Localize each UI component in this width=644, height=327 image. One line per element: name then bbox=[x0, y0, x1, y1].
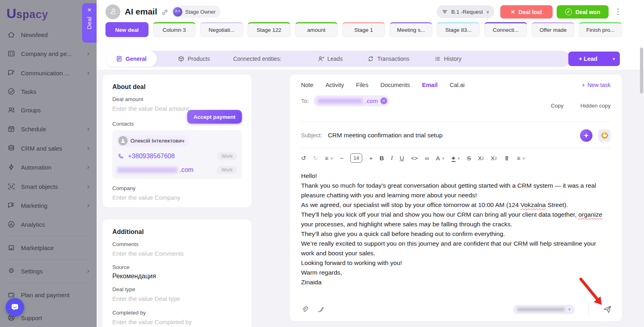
signature-icon[interactable] bbox=[317, 306, 324, 313]
emoji-button[interactable] bbox=[598, 129, 611, 142]
sync-icon bbox=[367, 56, 374, 62]
funnel-stage-select[interactable]: B.1 -Request ∨ bbox=[437, 5, 494, 18]
tab-files[interactable]: Files bbox=[356, 82, 369, 88]
plus-icon: + bbox=[582, 82, 585, 88]
stage-chip[interactable]: Stage 83... bbox=[437, 22, 480, 37]
completed-by-placeholder[interactable]: Enter the value Completed by bbox=[112, 318, 242, 326]
comments-label: Comments bbox=[112, 241, 242, 247]
redo-icon[interactable]: ↻ bbox=[313, 155, 318, 162]
italic-icon[interactable]: I bbox=[391, 155, 393, 161]
font-size-box[interactable]: 14 bbox=[350, 153, 362, 163]
line-spacing-icon[interactable]: ≡∨ bbox=[325, 155, 333, 161]
body-paragraph: We’re really excited to support you on t… bbox=[301, 239, 611, 258]
additional-title: Additional bbox=[112, 228, 242, 236]
stage-chip[interactable]: Stage 1 bbox=[342, 22, 385, 37]
code-icon[interactable]: <> bbox=[411, 155, 418, 161]
chevron-down-icon: ∨ bbox=[442, 156, 445, 160]
divider bbox=[301, 148, 611, 148]
company-placeholder[interactable]: Enter the value Company bbox=[112, 194, 242, 202]
tab-email[interactable]: Email bbox=[422, 82, 438, 88]
new-task-button[interactable]: +New task bbox=[582, 82, 611, 88]
contact-phone[interactable]: +380938567608 bbox=[128, 153, 175, 160]
tab-note[interactable]: Note bbox=[301, 82, 314, 88]
tab-activity[interactable]: Activity bbox=[326, 82, 344, 88]
composer-tabs: Note Activity Files Documents Email Cal.… bbox=[301, 82, 611, 88]
stage-owner-pill[interactable]: Stage Owner bbox=[171, 6, 221, 18]
tab-documents[interactable]: Documents bbox=[380, 82, 410, 88]
text-color-icon[interactable]: A∨ bbox=[436, 155, 445, 161]
contact-avatar bbox=[118, 136, 128, 145]
tab-cal-ai[interactable]: Cal.ai bbox=[450, 82, 464, 88]
stage-chip[interactable]: Negotiati... bbox=[200, 22, 243, 37]
deal-tab-label: Deal bbox=[86, 17, 93, 29]
subject-label: Subject: bbox=[301, 132, 322, 139]
stage-chip[interactable]: Stage 122 bbox=[248, 22, 291, 37]
plus-icon: + bbox=[579, 56, 582, 62]
email-body[interactable]: Hello! Thank you so much for today’s gre… bbox=[301, 171, 611, 287]
chat-bubble-icon bbox=[10, 303, 19, 312]
deal-won-button[interactable]: ✓ Deal won bbox=[557, 5, 609, 19]
stage-chip[interactable]: Finish pro... bbox=[579, 22, 622, 37]
close-icon[interactable]: × bbox=[87, 6, 91, 13]
stage-chip[interactable]: Connecti... bbox=[484, 22, 527, 37]
tab-products[interactable]: Products bbox=[178, 56, 210, 62]
editor-toolbar: ↺ ↻ ≡∨ − 14 + B I U <> ∞ A∨ ◈∨ S X2 X2 ≡… bbox=[301, 153, 611, 163]
comments-placeholder[interactable]: Enter the value Comments bbox=[112, 250, 242, 258]
stage-chip[interactable]: Offer made bbox=[532, 22, 575, 37]
hidden-copy-link[interactable]: Hidden copy bbox=[580, 103, 611, 109]
subject-value[interactable]: CRM meeting confirmation and trial setup bbox=[328, 132, 442, 139]
superscript-icon[interactable]: X2 bbox=[491, 155, 497, 161]
tab-leads[interactable]: Leads bbox=[318, 56, 343, 62]
accept-payment-button[interactable]: Accept payment bbox=[187, 110, 242, 124]
send-button[interactable] bbox=[603, 304, 612, 314]
underline-icon[interactable]: U bbox=[400, 155, 404, 161]
add-lead-button[interactable]: + Lead ▾ bbox=[568, 52, 620, 66]
body-paragraph: Thank you so much for today’s great conv… bbox=[301, 181, 611, 200]
contact-card: Олексій Інтелектович +380938567608 Work … bbox=[112, 130, 242, 179]
chevron-down-icon: ∨ bbox=[568, 307, 571, 311]
sidebar-dim-overlay bbox=[0, 0, 97, 327]
stage-chip[interactable]: amount bbox=[295, 22, 338, 37]
attach-file-icon[interactable] bbox=[301, 306, 309, 313]
deal-type-label: Deal type bbox=[112, 286, 242, 292]
link-icon[interactable] bbox=[161, 8, 169, 16]
deal-type-placeholder[interactable]: Enter the value Deal type bbox=[112, 295, 242, 303]
smiley-icon bbox=[601, 132, 608, 139]
filter-icon bbox=[442, 8, 448, 15]
strikethrough-icon[interactable]: S bbox=[467, 155, 471, 161]
contact-email-suffix[interactable]: .com bbox=[180, 166, 194, 174]
chevron-down-icon: ∨ bbox=[458, 156, 460, 160]
page-title: AI email bbox=[125, 7, 157, 17]
ai-assistant-button[interactable] bbox=[580, 129, 592, 142]
tab-transactions[interactable]: Transactions bbox=[367, 56, 409, 62]
caret-down-icon[interactable]: ▾ bbox=[608, 56, 620, 62]
deal-slideover-tab[interactable]: × Deal bbox=[82, 3, 97, 43]
completed-by-label: Completed by bbox=[112, 310, 242, 316]
stage-chip[interactable]: Column 3 bbox=[153, 22, 196, 37]
highlight-color-icon[interactable]: ◈∨ bbox=[452, 155, 460, 162]
subscript-icon[interactable]: X2 bbox=[478, 155, 484, 161]
decrease-font-icon[interactable]: − bbox=[340, 155, 344, 161]
support-chat-button[interactable] bbox=[6, 298, 24, 317]
align-icon[interactable]: ≡∨ bbox=[517, 155, 525, 161]
divider bbox=[301, 122, 611, 122]
signature-select[interactable]: ∨ bbox=[513, 305, 575, 314]
stage-chip[interactable]: Meeting s... bbox=[390, 22, 433, 37]
stage-chip[interactable]: New deal bbox=[105, 22, 149, 37]
deal-amount-placeholder[interactable]: Enter the value Deal amount bbox=[112, 105, 193, 113]
tab-history[interactable]: History bbox=[434, 56, 462, 62]
tab-connected-entities[interactable]: Connected entities: bbox=[233, 56, 281, 62]
copy-link[interactable]: Copy bbox=[551, 103, 564, 109]
clear-format-icon[interactable] bbox=[504, 155, 510, 161]
insert-link-icon[interactable]: ∞ bbox=[425, 155, 429, 161]
vertical-scrollbar[interactable] bbox=[640, 48, 643, 93]
undo-icon[interactable]: ↺ bbox=[301, 155, 306, 162]
contact-name-pill[interactable]: Олексій Інтелектович bbox=[117, 135, 189, 147]
source-value[interactable]: Рекомендация bbox=[112, 273, 242, 280]
more-options-icon[interactable]: ⋮ bbox=[614, 7, 622, 16]
bold-icon[interactable]: B bbox=[380, 155, 384, 161]
divider bbox=[588, 303, 589, 315]
tab-general[interactable]: General bbox=[105, 51, 157, 67]
deal-lost-button[interactable]: × Deal lost bbox=[500, 5, 553, 19]
increase-font-icon[interactable]: + bbox=[369, 155, 373, 161]
